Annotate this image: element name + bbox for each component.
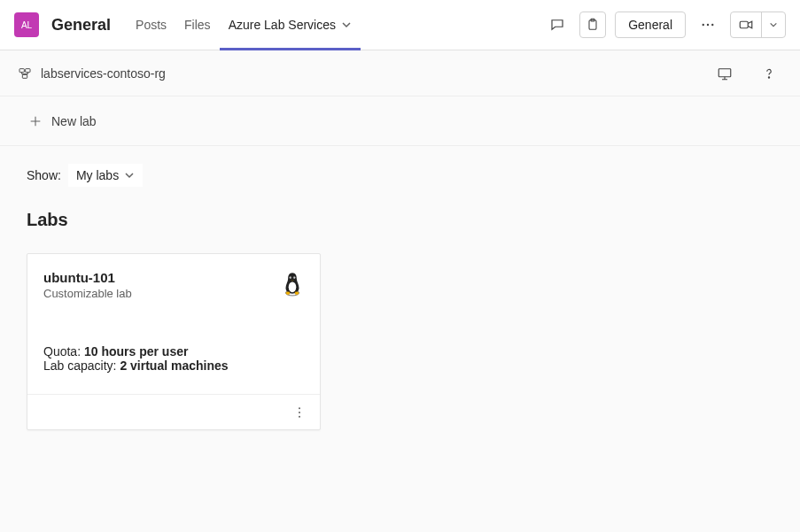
- breadcrumb-text: labservices-contoso-rg: [41, 66, 166, 81]
- svg-point-10: [768, 76, 769, 77]
- svg-rect-5: [740, 21, 748, 28]
- tab-label: Files: [184, 18, 211, 32]
- capacity-label: Lab capacity:: [43, 359, 120, 373]
- channel-avatar: AL: [14, 12, 39, 37]
- meet-camera[interactable]: [731, 12, 761, 37]
- svg-point-4: [711, 24, 713, 26]
- chevron-down-icon: [769, 20, 778, 29]
- monitor-icon[interactable]: [711, 60, 738, 87]
- svg-point-15: [291, 277, 291, 278]
- lab-subtitle: Customizable lab: [43, 287, 132, 300]
- svg-point-17: [299, 407, 300, 409]
- header-actions: General: [544, 12, 786, 38]
- channel-header: AL General Posts Files Azure Lab Service…: [0, 0, 800, 50]
- svg-rect-7: [26, 68, 30, 72]
- tab-label: Posts: [136, 18, 167, 32]
- show-dropdown[interactable]: My labs: [68, 164, 143, 187]
- chevron-down-icon: [341, 19, 352, 30]
- svg-point-19: [299, 415, 300, 417]
- reply-icon[interactable]: [544, 12, 571, 38]
- breadcrumb-bar: labservices-contoso-rg: [0, 50, 800, 96]
- more-icon[interactable]: [695, 12, 721, 38]
- new-lab-button[interactable]: New lab: [18, 107, 107, 135]
- general-button[interactable]: General: [615, 12, 686, 38]
- channel-title: General: [51, 16, 111, 35]
- lab-name: ubuntu-101: [43, 270, 132, 285]
- new-lab-label: New lab: [51, 114, 97, 128]
- lab-card-footer: [27, 394, 320, 429]
- tux-icon: [281, 270, 304, 297]
- svg-point-16: [293, 277, 294, 278]
- tab-files[interactable]: Files: [175, 0, 220, 50]
- capacity-value: 2 virtual machines: [120, 359, 228, 373]
- tab-strip: Posts Files Azure Lab Services: [127, 0, 361, 50]
- svg-point-2: [703, 24, 704, 26]
- general-button-label: General: [628, 18, 672, 32]
- show-value: My labs: [76, 168, 119, 182]
- content-area: Show: My labs Labs ubuntu-101 Customizab…: [0, 146, 800, 448]
- svg-point-3: [707, 24, 709, 26]
- svg-rect-6: [19, 68, 24, 72]
- show-label: Show:: [27, 168, 61, 182]
- lab-quota: Quota: 10 hours per user: [43, 344, 304, 359]
- breadcrumb[interactable]: labservices-contoso-rg: [18, 66, 166, 81]
- plus-icon: [28, 114, 43, 128]
- quota-label: Quota:: [43, 344, 84, 359]
- svg-rect-9: [718, 68, 731, 76]
- filter-row: Show: My labs: [27, 164, 773, 187]
- meet-chevron[interactable]: [762, 12, 785, 37]
- svg-point-12: [289, 281, 297, 292]
- tab-posts[interactable]: Posts: [127, 0, 175, 50]
- tab-label: Azure Lab Services: [229, 18, 336, 32]
- chevron-down-icon: [124, 170, 135, 181]
- quota-value: 10 hours per user: [84, 344, 189, 359]
- meet-button: [730, 12, 786, 38]
- clipboard-icon[interactable]: [579, 12, 606, 38]
- lab-card[interactable]: ubuntu-101 Customizable lab: [27, 253, 321, 430]
- tab-azure-lab-services[interactable]: Azure Lab Services: [220, 0, 361, 50]
- help-icon[interactable]: [756, 60, 782, 87]
- svg-rect-8: [22, 74, 27, 78]
- lab-more-icon[interactable]: [286, 399, 313, 426]
- lab-cards: ubuntu-101 Customizable lab: [27, 253, 773, 430]
- section-title: Labs: [27, 210, 773, 230]
- svg-point-18: [299, 412, 300, 413]
- resource-group-icon: [18, 66, 32, 81]
- lab-capacity: Lab capacity: 2 virtual machines: [43, 359, 304, 373]
- toolbar: New lab: [0, 96, 800, 146]
